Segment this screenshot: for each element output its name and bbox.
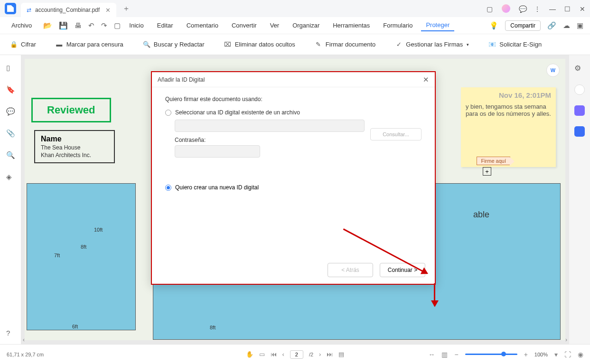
redo-icon[interactable]: ↷ [101, 21, 107, 30]
zoom-slider[interactable] [465, 354, 517, 355]
panel-icon[interactable]: ▢ [487, 5, 493, 12]
menu-archivo[interactable]: Archivo [7, 20, 37, 31]
first-page-icon[interactable]: ⏮ [271, 351, 277, 358]
tool-firmar[interactable]: ✎Firmar documento [314, 40, 375, 49]
new-tab-button[interactable]: ＋ [121, 3, 131, 14]
sign-here-tag[interactable]: Firme aquí [477, 157, 510, 165]
print-icon[interactable]: 🖶 [75, 21, 82, 29]
scroll-right-icon[interactable]: › [565, 336, 567, 343]
back-button[interactable]: < Atrás [328, 263, 373, 277]
fullscreen-icon[interactable]: ⛶ [564, 351, 571, 358]
minimize-button[interactable]: — [549, 5, 556, 12]
zoom-out-icon[interactable]: − [454, 351, 458, 358]
name-box: Name The Sea House Khan Architects Inc. [34, 130, 115, 163]
font-icon[interactable] [574, 105, 585, 116]
measure-7ft: 7ft [54, 252, 60, 258]
panel2-icon[interactable]: ▢ [114, 21, 121, 30]
blueprint-left [27, 183, 136, 330]
tool-cifrar[interactable]: 🔒Cifrar [9, 40, 36, 49]
hand-tool-icon[interactable]: ✋ [246, 351, 253, 358]
select-tool-icon[interactable]: ▭ [259, 351, 265, 358]
zoom-in-icon[interactable]: + [524, 351, 528, 358]
radio-existing-id[interactable]: Seleccionar una ID digital existente de … [165, 109, 421, 116]
menu-convertir[interactable]: Convertir [227, 20, 262, 31]
app-icon[interactable]: ▣ [577, 21, 583, 30]
measure-8ft-b: 8ft [210, 325, 215, 330]
search-redact-icon: 🔍 [142, 40, 151, 49]
save-icon[interactable]: 💾 [59, 21, 68, 30]
tool-esign[interactable]: 📧Solicitar E-Sign [488, 40, 542, 49]
menu-bar: Archivo 📂 💾 🖶 ↶ ↷ ▢ Inicio Editar Coment… [0, 17, 590, 34]
undo-icon[interactable]: ↶ [88, 21, 94, 30]
next-page-icon[interactable]: › [319, 351, 321, 358]
comment-panel-icon[interactable]: 💬 [6, 107, 15, 116]
app-logo-icon [5, 3, 16, 14]
password-input[interactable] [175, 145, 260, 158]
user-avatar[interactable] [502, 4, 510, 13]
tool-censura[interactable]: ▬Marcar para censura [55, 40, 123, 49]
tool-eliminar[interactable]: ⌧Eliminar datos ocultos [224, 40, 295, 49]
layers-icon[interactable]: ◈ [6, 173, 15, 181]
attachment-icon[interactable]: 📎 [6, 129, 15, 138]
view-mode-icon[interactable]: ▤ [338, 351, 344, 358]
reading-mode-icon[interactable]: ◉ [578, 351, 583, 358]
last-page-icon[interactable]: ⏭ [327, 351, 333, 358]
ai-icon[interactable] [574, 84, 585, 95]
menu-ver[interactable]: Ver [265, 20, 284, 31]
menu-editar[interactable]: Editar [152, 20, 178, 31]
chat-icon[interactable]: 💬 [519, 5, 525, 12]
menu-comentario[interactable]: Comentario [182, 20, 223, 31]
measure-10ft: 10ft [94, 227, 103, 233]
document-tab[interactable]: ⇄ accounting_Combinar.pdf ✕ [21, 3, 116, 17]
name-line2: Khan Architects Inc. [41, 152, 108, 159]
sticky-note[interactable]: Nov 16, 2:01PM y bien, tengamos sta sema… [461, 87, 556, 167]
radio-checked-icon [165, 185, 171, 191]
radio-new-label: Quiero crear una nueva ID digital [175, 184, 259, 191]
check-icon[interactable] [574, 126, 585, 137]
close-window-button[interactable]: ✕ [580, 5, 586, 12]
name-line1: The Sea House [41, 144, 108, 151]
bookmark-icon[interactable]: 🔖 [6, 85, 15, 94]
fit-page-icon[interactable]: ▥ [441, 351, 448, 358]
dialog-close-button[interactable]: ✕ [423, 75, 429, 84]
manage-sign-icon: ✓ [394, 40, 403, 49]
tab-close-button[interactable]: ✕ [105, 7, 111, 14]
esign-icon: 📧 [488, 40, 496, 49]
tab-title: accounting_Combinar.pdf [35, 7, 100, 13]
redact-icon: ▬ [55, 40, 64, 49]
continue-button[interactable]: Continuar > [380, 263, 425, 277]
search-panel-icon[interactable]: 🔍 [6, 151, 15, 159]
fit-width-icon[interactable]: ↔ [428, 351, 435, 358]
page-input[interactable] [290, 350, 303, 359]
link-icon[interactable]: 🔗 [547, 21, 556, 30]
consult-button[interactable]: Consultar... [370, 128, 421, 140]
tool-buscar[interactable]: 🔍Buscar y Redactar [142, 40, 205, 49]
share-button[interactable]: Compartir [505, 20, 541, 31]
radio-new-id[interactable]: Quiero crear una nueva ID digital [165, 184, 421, 191]
bulb-icon[interactable]: 💡 [489, 21, 498, 30]
prev-page-icon[interactable]: ‹ [282, 351, 284, 358]
right-panel: ⚙ [569, 55, 590, 344]
plus-box-icon[interactable]: + [483, 167, 491, 176]
word-badge-icon[interactable]: W [546, 64, 560, 77]
menu-proteger[interactable]: Proteger [421, 19, 454, 31]
settings-slider-icon[interactable]: ⚙ [574, 64, 585, 74]
kebab-menu-icon[interactable]: ⋮ [534, 5, 541, 12]
file-path-input[interactable] [175, 120, 365, 132]
menu-inicio[interactable]: Inicio [124, 20, 148, 31]
status-right: ↔ ▥ − + 100% ▾ ⛶ ◉ [428, 351, 583, 358]
zoom-dropdown-icon[interactable]: ▾ [554, 351, 558, 358]
open-icon[interactable]: 📂 [43, 21, 52, 30]
dialog-body: Quiero firmar este documento usando: Sel… [152, 87, 435, 199]
menu-organizar[interactable]: Organizar [288, 20, 324, 31]
measure-8ft: 8ft [81, 244, 86, 250]
menu-herramientas[interactable]: Herramientas [328, 20, 375, 31]
cloud-icon[interactable]: ☁ [563, 21, 570, 30]
tool-gestionar[interactable]: ✓Gestionar las Firmas▾ [394, 40, 469, 49]
thumbnails-icon[interactable]: ▯ [6, 64, 15, 72]
scroll-left-icon[interactable]: ‹ [23, 336, 25, 343]
help-icon[interactable]: ? [6, 329, 15, 337]
menu-formulario[interactable]: Formulario [378, 20, 417, 31]
maximize-button[interactable]: ☐ [564, 5, 571, 12]
radio-icon [165, 110, 171, 116]
